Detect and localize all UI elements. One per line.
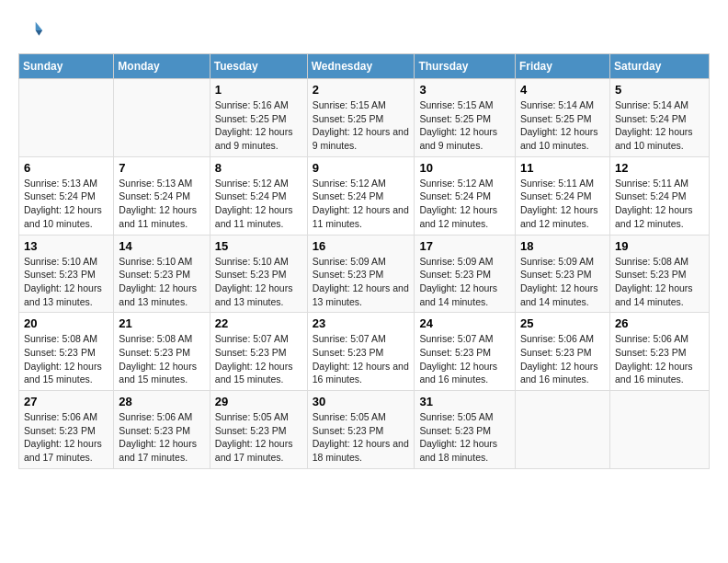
day-number: 25 — [520, 316, 605, 330]
day-number: 31 — [419, 395, 510, 408]
day-number: 8 — [215, 161, 302, 175]
week-row-2: 6Sunrise: 5:13 AM Sunset: 5:24 PM Daylig… — [19, 156, 710, 235]
day-info: Sunrise: 5:06 AM Sunset: 5:23 PM Dayligh… — [615, 332, 704, 386]
header-cell-monday: Monday — [114, 54, 210, 79]
day-info: Sunrise: 5:06 AM Sunset: 5:23 PM Dayligh… — [520, 332, 605, 386]
day-info: Sunrise: 5:13 AM Sunset: 5:24 PM Dayligh… — [24, 177, 108, 231]
day-info: Sunrise: 5:11 AM Sunset: 5:24 PM Dayligh… — [520, 177, 605, 231]
day-number: 24 — [419, 316, 510, 330]
day-info: Sunrise: 5:09 AM Sunset: 5:23 PM Dayligh… — [313, 255, 410, 309]
day-info: Sunrise: 5:15 AM Sunset: 5:25 PM Dayligh… — [313, 98, 410, 153]
day-number: 6 — [24, 161, 108, 175]
day-cell — [114, 79, 210, 157]
day-info: Sunrise: 5:14 AM Sunset: 5:24 PM Dayligh… — [615, 98, 704, 153]
day-number: 13 — [24, 239, 108, 253]
day-cell: 15Sunrise: 5:10 AM Sunset: 5:23 PM Dayli… — [210, 235, 307, 313]
day-cell: 13Sunrise: 5:10 AM Sunset: 5:23 PM Dayli… — [19, 235, 114, 313]
day-number: 7 — [119, 161, 204, 175]
week-row-5: 27Sunrise: 5:06 AM Sunset: 5:23 PM Dayli… — [19, 391, 710, 469]
day-number: 2 — [313, 83, 410, 97]
day-number: 18 — [520, 239, 605, 253]
day-cell: 25Sunrise: 5:06 AM Sunset: 5:23 PM Dayli… — [515, 313, 609, 391]
week-row-3: 13Sunrise: 5:10 AM Sunset: 5:23 PM Dayli… — [19, 235, 710, 313]
day-number: 21 — [119, 316, 204, 330]
day-cell: 24Sunrise: 5:07 AM Sunset: 5:23 PM Dayli… — [415, 313, 516, 391]
day-cell: 28Sunrise: 5:06 AM Sunset: 5:23 PM Dayli… — [114, 391, 210, 469]
svg-marker-1 — [36, 30, 42, 36]
day-number: 10 — [419, 161, 510, 175]
day-number: 5 — [615, 83, 704, 97]
day-info: Sunrise: 5:11 AM Sunset: 5:24 PM Dayligh… — [615, 177, 704, 231]
day-info: Sunrise: 5:07 AM Sunset: 5:23 PM Dayligh… — [419, 332, 510, 386]
header-cell-tuesday: Tuesday — [210, 54, 307, 79]
header-cell-saturday: Saturday — [609, 54, 709, 79]
day-cell: 18Sunrise: 5:09 AM Sunset: 5:23 PM Dayli… — [515, 235, 609, 313]
day-info: Sunrise: 5:07 AM Sunset: 5:23 PM Dayligh… — [313, 332, 410, 386]
day-number: 23 — [313, 316, 410, 330]
day-info: Sunrise: 5:15 AM Sunset: 5:25 PM Dayligh… — [419, 98, 510, 153]
day-cell: 23Sunrise: 5:07 AM Sunset: 5:23 PM Dayli… — [307, 313, 415, 391]
day-number: 15 — [215, 239, 302, 253]
day-number: 28 — [119, 395, 204, 408]
day-number: 12 — [615, 161, 704, 175]
day-cell: 7Sunrise: 5:13 AM Sunset: 5:24 PM Daylig… — [114, 156, 210, 235]
day-cell — [609, 391, 709, 469]
day-cell: 17Sunrise: 5:09 AM Sunset: 5:23 PM Dayli… — [415, 235, 516, 313]
day-number: 9 — [313, 161, 410, 175]
day-info: Sunrise: 5:09 AM Sunset: 5:23 PM Dayligh… — [419, 255, 510, 309]
day-cell: 8Sunrise: 5:12 AM Sunset: 5:24 PM Daylig… — [210, 156, 307, 235]
day-info: Sunrise: 5:06 AM Sunset: 5:23 PM Dayligh… — [24, 410, 108, 465]
day-cell: 16Sunrise: 5:09 AM Sunset: 5:23 PM Dayli… — [307, 235, 415, 313]
day-cell: 30Sunrise: 5:05 AM Sunset: 5:23 PM Dayli… — [307, 391, 415, 469]
day-cell: 29Sunrise: 5:05 AM Sunset: 5:23 PM Dayli… — [210, 391, 307, 469]
day-cell: 9Sunrise: 5:12 AM Sunset: 5:24 PM Daylig… — [307, 156, 415, 235]
day-number: 11 — [520, 161, 605, 175]
day-cell: 11Sunrise: 5:11 AM Sunset: 5:24 PM Dayli… — [515, 156, 609, 235]
day-number: 14 — [119, 239, 204, 253]
day-info: Sunrise: 5:10 AM Sunset: 5:23 PM Dayligh… — [24, 255, 108, 309]
day-info: Sunrise: 5:05 AM Sunset: 5:23 PM Dayligh… — [215, 410, 302, 465]
day-number: 4 — [520, 83, 605, 97]
day-info: Sunrise: 5:13 AM Sunset: 5:24 PM Dayligh… — [119, 177, 204, 231]
svg-marker-0 — [36, 22, 42, 30]
logo — [18, 18, 48, 44]
day-info: Sunrise: 5:10 AM Sunset: 5:23 PM Dayligh… — [119, 255, 204, 309]
header-cell-wednesday: Wednesday — [307, 54, 415, 79]
day-info: Sunrise: 5:07 AM Sunset: 5:23 PM Dayligh… — [215, 332, 302, 386]
day-cell — [515, 391, 609, 469]
header-row: SundayMondayTuesdayWednesdayThursdayFrid… — [19, 54, 710, 79]
header-cell-friday: Friday — [515, 54, 609, 79]
day-info: Sunrise: 5:16 AM Sunset: 5:25 PM Dayligh… — [215, 98, 302, 153]
day-cell: 19Sunrise: 5:08 AM Sunset: 5:23 PM Dayli… — [609, 235, 709, 313]
day-info: Sunrise: 5:05 AM Sunset: 5:23 PM Dayligh… — [313, 410, 410, 465]
day-cell: 20Sunrise: 5:08 AM Sunset: 5:23 PM Dayli… — [19, 313, 114, 391]
day-info: Sunrise: 5:10 AM Sunset: 5:23 PM Dayligh… — [215, 255, 302, 309]
day-info: Sunrise: 5:08 AM Sunset: 5:23 PM Dayligh… — [119, 332, 204, 386]
day-cell: 6Sunrise: 5:13 AM Sunset: 5:24 PM Daylig… — [19, 156, 114, 235]
day-cell: 21Sunrise: 5:08 AM Sunset: 5:23 PM Dayli… — [114, 313, 210, 391]
day-info: Sunrise: 5:05 AM Sunset: 5:23 PM Dayligh… — [419, 410, 510, 465]
week-row-1: 1Sunrise: 5:16 AM Sunset: 5:25 PM Daylig… — [19, 79, 710, 157]
day-info: Sunrise: 5:12 AM Sunset: 5:24 PM Dayligh… — [313, 177, 410, 231]
day-cell: 1Sunrise: 5:16 AM Sunset: 5:25 PM Daylig… — [210, 79, 307, 157]
day-cell — [19, 79, 114, 157]
day-cell: 3Sunrise: 5:15 AM Sunset: 5:25 PM Daylig… — [415, 79, 516, 157]
calendar-table: SundayMondayTuesdayWednesdayThursdayFrid… — [18, 53, 710, 469]
day-cell: 22Sunrise: 5:07 AM Sunset: 5:23 PM Dayli… — [210, 313, 307, 391]
day-number: 3 — [419, 83, 510, 97]
day-cell: 4Sunrise: 5:14 AM Sunset: 5:25 PM Daylig… — [515, 79, 609, 157]
day-info: Sunrise: 5:08 AM Sunset: 5:23 PM Dayligh… — [24, 332, 108, 386]
day-number: 30 — [313, 395, 410, 408]
day-cell: 2Sunrise: 5:15 AM Sunset: 5:25 PM Daylig… — [307, 79, 415, 157]
day-info: Sunrise: 5:12 AM Sunset: 5:24 PM Dayligh… — [215, 177, 302, 231]
day-number: 29 — [215, 395, 302, 408]
day-number: 20 — [24, 316, 108, 330]
day-number: 19 — [615, 239, 704, 253]
day-number: 17 — [419, 239, 510, 253]
day-number: 1 — [215, 83, 302, 97]
day-number: 22 — [215, 316, 302, 330]
day-cell: 27Sunrise: 5:06 AM Sunset: 5:23 PM Dayli… — [19, 391, 114, 469]
day-cell: 26Sunrise: 5:06 AM Sunset: 5:23 PM Dayli… — [609, 313, 709, 391]
header-cell-sunday: Sunday — [19, 54, 114, 79]
day-info: Sunrise: 5:12 AM Sunset: 5:24 PM Dayligh… — [419, 177, 510, 231]
